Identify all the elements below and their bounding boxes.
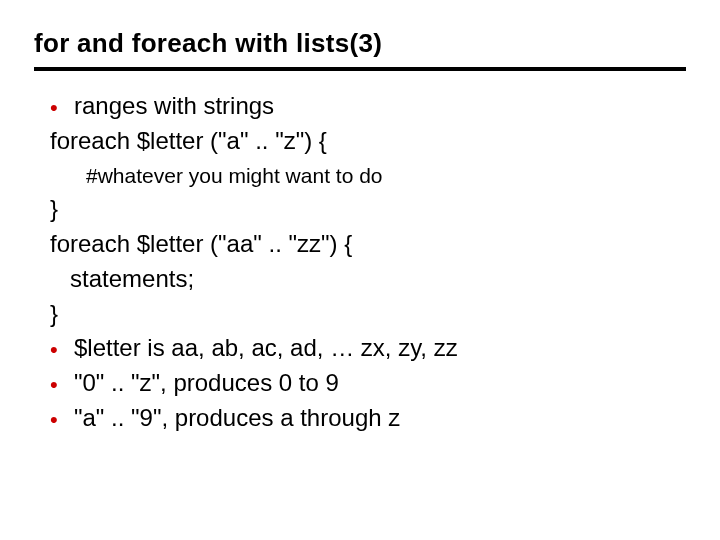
code-comment: #whatever you might want to do	[50, 159, 676, 193]
bullet-text: "a" .. "9", produces a through z	[74, 401, 400, 436]
slide: for and foreach with lists(3) • ranges w…	[0, 0, 720, 540]
bullet-item: • $letter is aa, ab, ac, ad, … zx, zy, z…	[50, 331, 676, 366]
bullet-text: "0" .. "z", produces 0 to 9	[74, 366, 339, 401]
slide-body: • ranges with strings foreach $letter ("…	[34, 89, 686, 436]
slide-title: for and foreach with lists(3)	[34, 28, 686, 65]
bullet-item: • "a" .. "9", produces a through z	[50, 401, 676, 436]
bullet-text: $letter is aa, ab, ac, ad, … zx, zy, zz	[74, 331, 458, 366]
bullet-dot-icon: •	[50, 404, 74, 436]
bullet-item: • "0" .. "z", produces 0 to 9	[50, 366, 676, 401]
bullet-dot-icon: •	[50, 369, 74, 401]
bullet-dot-icon: •	[50, 92, 74, 124]
code-line: }	[50, 297, 676, 332]
code-line: statements;	[50, 262, 676, 297]
code-line: foreach $letter ("a" .. "z") {	[50, 124, 676, 159]
bullet-dot-icon: •	[50, 334, 74, 366]
bullet-item: • ranges with strings	[50, 89, 676, 124]
code-line: }	[50, 192, 676, 227]
title-rule	[34, 67, 686, 71]
bullet-text: ranges with strings	[74, 89, 274, 124]
code-line: foreach $letter ("aa" .. "zz") {	[50, 227, 676, 262]
